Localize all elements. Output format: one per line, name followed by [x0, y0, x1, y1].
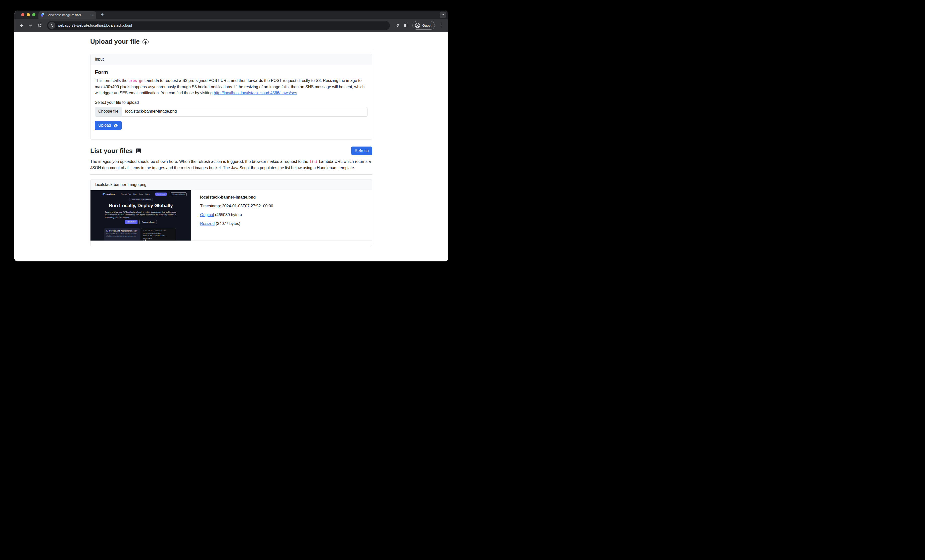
banner-terminal-line: aws s3 ls --endpoint-url http://localhos…: [143, 230, 166, 234]
file-card: localstack-banner-image.png LocalStack: [90, 179, 372, 246]
side-panel-button[interactable]: [402, 22, 410, 29]
banner-feature-title: Develop AWS Applications Locally: [109, 230, 137, 232]
tab-close-icon[interactable]: ✕: [91, 13, 94, 17]
banner-get-started-button: Get Started: [125, 220, 137, 224]
ses-link[interactable]: http://localhost.localstack.cloud:4566/_…: [214, 91, 297, 95]
cloud-upload-filled-icon: [113, 123, 118, 128]
file-thumbnail-image: LocalStack Pricing & Faq Blog Docs Sign …: [90, 190, 191, 241]
reload-button[interactable]: [36, 22, 44, 29]
file-input-value: localstack-banner-image.png: [122, 107, 180, 116]
forward-arrow-icon: [28, 23, 33, 28]
profile-label: Guest: [422, 24, 431, 27]
file-thumbnail-cell: LocalStack Pricing & Faq Blog Docs Sign …: [90, 190, 194, 241]
banner-badge: LocalStack v3.0 is out now!: [129, 198, 153, 201]
tab-strip: Serverless image resizer ✕ +: [14, 11, 448, 19]
banner-nav-links: Pricing & Faq Blog Docs Sign In Get Star…: [121, 192, 187, 196]
banner-feature-icon: [106, 230, 108, 232]
original-link[interactable]: Original: [200, 213, 214, 217]
input-card: Input Form This form calls the presign L…: [90, 54, 372, 140]
battery-saver-button[interactable]: [393, 22, 401, 29]
new-tab-button[interactable]: +: [99, 12, 105, 18]
leaf-energy-icon: [395, 23, 400, 28]
banner-brand-text: LocalStack: [105, 193, 115, 195]
refresh-button[interactable]: Refresh: [351, 146, 372, 155]
close-window-button[interactable]: [21, 13, 24, 17]
file-timestamp: Timestamp: 2024-01-03T07:27:52+00:00: [200, 204, 366, 208]
side-panel-icon: [404, 23, 409, 28]
site-settings-button[interactable]: [48, 22, 55, 29]
upload-button-label: Upload: [98, 123, 111, 128]
cloud-upload-icon: [142, 38, 149, 45]
banner-terminal-prompt: >: [143, 230, 144, 232]
banner-request-demo-button: Request a Demo: [140, 220, 157, 224]
tab-serverless-image-resizer[interactable]: Serverless image resizer ✕: [38, 11, 96, 19]
banner-terminal-line: 2023-11-15 10:12:18 hello-localstack: [143, 235, 174, 240]
banner-terminal-cursor: [145, 239, 146, 241]
resized-size: (34077 bytes): [215, 221, 240, 226]
reload-icon: [37, 23, 42, 28]
back-button[interactable]: [18, 22, 26, 29]
site-settings-tune-icon: [50, 24, 54, 27]
traffic-lights: [21, 13, 35, 17]
upload-button[interactable]: Upload: [95, 121, 122, 130]
input-card-header: Input: [90, 54, 372, 65]
list-desc-text-1: The images you uploaded should be shown …: [90, 160, 309, 164]
localstack-favicon-icon: [41, 13, 45, 17]
webpage: Upload your file Input Form This form ca…: [14, 32, 448, 261]
browser-menu-button[interactable]: ⋮: [437, 23, 444, 28]
localstack-logo-icon: [102, 193, 105, 196]
banner-nav-get-started: Get Started: [155, 193, 167, 196]
list-section-heading: List your files: [90, 147, 142, 155]
back-arrow-icon: [19, 23, 24, 28]
profile-button[interactable]: Guest: [413, 21, 435, 30]
upload-section-heading: Upload your file: [90, 38, 372, 45]
banner-subtext: Develop and test your AWS applications l…: [105, 211, 177, 219]
file-select-label: Select your file to upload: [95, 100, 368, 105]
form-description: This form calls the presign Lambda to re…: [95, 78, 368, 96]
banner-feature-text: Use LocalStack as a drop-in replacement …: [106, 233, 138, 237]
banner-nav-link: Docs: [139, 193, 143, 195]
guest-avatar-icon: [414, 23, 420, 29]
chevron-down-icon: [441, 13, 444, 17]
banner-nav-link: Pricing & Faq: [121, 193, 131, 195]
browser-window: Serverless image resizer ✕ +: [14, 11, 448, 261]
forward-button[interactable]: [27, 22, 35, 29]
banner-headline: Run Locally, Deploy Globally: [90, 203, 191, 208]
file-name: localstack-banner-image.png: [200, 195, 366, 200]
form-desc-text-1: This form calls the: [95, 78, 128, 83]
minimize-window-button[interactable]: [27, 13, 30, 17]
banner-logo: LocalStack: [102, 193, 115, 196]
address-bar[interactable]: webapp.s3-website.localhost.localstack.c…: [47, 21, 390, 30]
form-heading: Form: [95, 69, 368, 75]
url-text[interactable]: webapp.s3-website.localhost.localstack.c…: [57, 23, 132, 27]
banner-nav-request-demo: Request a Demo: [171, 192, 187, 196]
presign-code: presign: [128, 79, 143, 83]
banner-nav-link: Sign In: [145, 193, 150, 195]
image-icon: [135, 148, 142, 154]
browser-toolbar: webapp.s3-website.localhost.localstack.c…: [14, 19, 448, 32]
banner-feature-card: Develop AWS Applications Locally Use Loc…: [104, 228, 140, 241]
banner-terminal: > aws s3 ls --endpoint-url http://localh…: [141, 228, 176, 241]
file-details: localstack-banner-image.png Timestamp: 2…: [194, 190, 372, 241]
banner-cta-row: Get Started Request a Demo: [90, 220, 191, 224]
original-size: (465039 bytes): [215, 213, 242, 217]
banner-nav: LocalStack Pricing & Faq Blog Docs Sign …: [102, 192, 187, 196]
refresh-button-label: Refresh: [355, 149, 369, 153]
list-description: The images you uploaded should be shown …: [90, 159, 372, 171]
list-heading-text: List your files: [90, 147, 133, 155]
tab-search-chevron-button[interactable]: [440, 12, 446, 18]
tab-title: Serverless image resizer: [47, 13, 89, 17]
banner-terminal-prompt: >: [143, 240, 144, 241]
upload-heading-text: Upload your file: [90, 38, 140, 45]
file-input[interactable]: Choose file localstack-banner-image.png: [95, 107, 368, 117]
choose-file-button[interactable]: Choose file: [95, 107, 122, 116]
file-card-header: localstack-banner-image.png: [90, 179, 372, 190]
resized-link[interactable]: Resized: [200, 221, 215, 226]
banner-nav-link: Blog: [133, 193, 137, 195]
list-code: list: [309, 160, 318, 164]
zoom-window-button[interactable]: [32, 13, 35, 17]
